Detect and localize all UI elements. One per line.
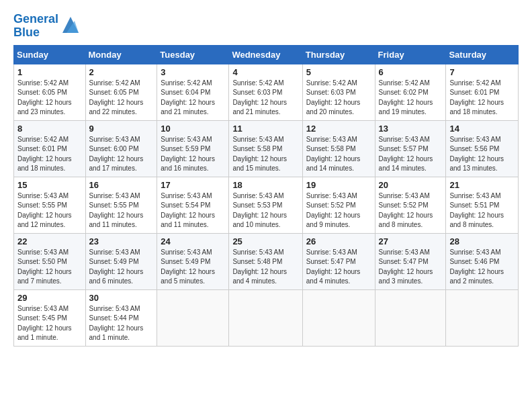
day-number: 17 — [161, 180, 225, 190]
day-number: 25 — [232, 236, 298, 246]
day-info: Sunrise: 5:43 AM Sunset: 5:57 PM Dayligh… — [379, 135, 443, 174]
day-info: Sunrise: 5:43 AM Sunset: 5:48 PM Dayligh… — [232, 248, 298, 287]
day-number: 18 — [232, 180, 298, 190]
calendar-cell: 20Sunrise: 5:43 AM Sunset: 5:52 PM Dayli… — [375, 177, 446, 233]
logo-general: General — [13, 12, 58, 26]
calendar-cell: 6Sunrise: 5:42 AM Sunset: 6:02 PM Daylig… — [375, 64, 446, 120]
day-info: Sunrise: 5:42 AM Sunset: 6:05 PM Dayligh… — [17, 79, 82, 118]
day-number: 22 — [17, 236, 82, 246]
header: General Blue — [13, 10, 519, 40]
day-info: Sunrise: 5:43 AM Sunset: 5:58 PM Dayligh… — [232, 135, 298, 174]
day-number: 29 — [17, 293, 82, 303]
calendar-cell: 27Sunrise: 5:43 AM Sunset: 5:47 PM Dayli… — [375, 233, 446, 289]
day-info: Sunrise: 5:43 AM Sunset: 5:51 PM Dayligh… — [449, 191, 515, 230]
calendar-cell: 3Sunrise: 5:42 AM Sunset: 6:04 PM Daylig… — [157, 64, 229, 120]
calendar-cell: 30Sunrise: 5:43 AM Sunset: 5:44 PM Dayli… — [85, 289, 157, 346]
day-number: 30 — [89, 293, 154, 303]
calendar-cell: 21Sunrise: 5:43 AM Sunset: 5:51 PM Dayli… — [446, 177, 519, 233]
day-info: Sunrise: 5:42 AM Sunset: 6:01 PM Dayligh… — [17, 135, 82, 174]
day-number: 21 — [449, 180, 515, 190]
calendar-cell: 26Sunrise: 5:43 AM Sunset: 5:47 PM Dayli… — [302, 233, 375, 289]
day-number: 20 — [379, 180, 443, 190]
calendar-cell — [446, 289, 519, 346]
weekday-header-row: SundayMondayTuesdayWednesdayThursdayFrid… — [14, 45, 519, 64]
calendar-cell: 4Sunrise: 5:42 AM Sunset: 6:03 PM Daylig… — [229, 64, 302, 120]
day-number: 9 — [89, 124, 154, 134]
day-number: 11 — [232, 124, 298, 134]
day-info: Sunrise: 5:43 AM Sunset: 5:52 PM Dayligh… — [306, 191, 371, 230]
calendar-table: SundayMondayTuesdayWednesdayThursdayFrid… — [13, 45, 519, 347]
calendar-cell: 19Sunrise: 5:43 AM Sunset: 5:52 PM Dayli… — [302, 177, 375, 233]
day-info: Sunrise: 5:43 AM Sunset: 5:47 PM Dayligh… — [379, 248, 443, 287]
day-info: Sunrise: 5:42 AM Sunset: 6:03 PM Dayligh… — [232, 79, 298, 118]
calendar-cell: 24Sunrise: 5:43 AM Sunset: 5:49 PM Dayli… — [157, 233, 229, 289]
calendar-week-1: 1Sunrise: 5:42 AM Sunset: 6:05 PM Daylig… — [14, 64, 519, 120]
day-info: Sunrise: 5:43 AM Sunset: 5:54 PM Dayligh… — [161, 191, 225, 230]
calendar-cell — [375, 289, 446, 346]
calendar-cell — [157, 289, 229, 346]
calendar-cell: 5Sunrise: 5:42 AM Sunset: 6:03 PM Daylig… — [302, 64, 375, 120]
day-number: 19 — [306, 180, 371, 190]
calendar-cell: 16Sunrise: 5:43 AM Sunset: 5:55 PM Dayli… — [85, 177, 157, 233]
calendar-body: 1Sunrise: 5:42 AM Sunset: 6:05 PM Daylig… — [14, 64, 519, 346]
logo-text: General — [13, 13, 58, 26]
day-info: Sunrise: 5:43 AM Sunset: 5:55 PM Dayligh… — [89, 191, 154, 230]
weekday-header-tuesday: Tuesday — [157, 45, 229, 64]
calendar-cell: 2Sunrise: 5:42 AM Sunset: 6:05 PM Daylig… — [85, 64, 157, 120]
day-number: 13 — [379, 124, 443, 134]
weekday-header-friday: Friday — [375, 45, 446, 64]
day-info: Sunrise: 5:43 AM Sunset: 5:55 PM Dayligh… — [17, 191, 82, 230]
day-info: Sunrise: 5:43 AM Sunset: 6:00 PM Dayligh… — [89, 135, 154, 174]
day-info: Sunrise: 5:43 AM Sunset: 5:56 PM Dayligh… — [449, 135, 515, 174]
day-info: Sunrise: 5:43 AM Sunset: 5:50 PM Dayligh… — [17, 248, 82, 287]
weekday-header-saturday: Saturday — [446, 45, 519, 64]
day-info: Sunrise: 5:43 AM Sunset: 5:47 PM Dayligh… — [306, 248, 371, 287]
day-number: 10 — [161, 124, 225, 134]
day-number: 1 — [17, 67, 82, 77]
day-info: Sunrise: 5:43 AM Sunset: 5:52 PM Dayligh… — [379, 191, 443, 230]
calendar-week-3: 15Sunrise: 5:43 AM Sunset: 5:55 PM Dayli… — [14, 177, 519, 233]
day-number: 6 — [379, 67, 443, 77]
calendar-page: General Blue SundayMondayTuesdayWednesda… — [0, 0, 532, 411]
day-number: 12 — [306, 124, 371, 134]
weekday-header-wednesday: Wednesday — [229, 45, 302, 64]
day-info: Sunrise: 5:42 AM Sunset: 6:02 PM Dayligh… — [379, 79, 443, 118]
logo-blue: Blue — [13, 26, 58, 40]
day-info: Sunrise: 5:43 AM Sunset: 5:46 PM Dayligh… — [449, 248, 515, 287]
day-info: Sunrise: 5:42 AM Sunset: 6:05 PM Dayligh… — [89, 79, 154, 118]
day-number: 3 — [161, 67, 225, 77]
calendar-cell: 23Sunrise: 5:43 AM Sunset: 5:49 PM Dayli… — [85, 233, 157, 289]
calendar-cell: 1Sunrise: 5:42 AM Sunset: 6:05 PM Daylig… — [14, 64, 86, 120]
day-number: 4 — [232, 67, 298, 77]
day-info: Sunrise: 5:43 AM Sunset: 5:59 PM Dayligh… — [161, 135, 225, 174]
day-info: Sunrise: 5:43 AM Sunset: 5:53 PM Dayligh… — [232, 191, 298, 230]
calendar-week-5: 29Sunrise: 5:43 AM Sunset: 5:45 PM Dayli… — [14, 289, 519, 346]
calendar-cell: 10Sunrise: 5:43 AM Sunset: 5:59 PM Dayli… — [157, 120, 229, 177]
calendar-week-2: 8Sunrise: 5:42 AM Sunset: 6:01 PM Daylig… — [14, 120, 519, 177]
day-info: Sunrise: 5:42 AM Sunset: 6:04 PM Dayligh… — [161, 79, 225, 118]
day-number: 24 — [161, 236, 225, 246]
calendar-cell: 13Sunrise: 5:43 AM Sunset: 5:57 PM Dayli… — [375, 120, 446, 177]
day-info: Sunrise: 5:43 AM Sunset: 5:45 PM Dayligh… — [17, 304, 82, 343]
day-info: Sunrise: 5:43 AM Sunset: 5:49 PM Dayligh… — [89, 248, 154, 287]
day-info: Sunrise: 5:43 AM Sunset: 5:58 PM Dayligh… — [306, 135, 371, 174]
day-number: 2 — [89, 67, 154, 77]
calendar-cell — [302, 289, 375, 346]
day-number: 8 — [17, 124, 82, 134]
calendar-cell — [229, 289, 302, 346]
weekday-header-thursday: Thursday — [302, 45, 375, 64]
calendar-cell: 17Sunrise: 5:43 AM Sunset: 5:54 PM Dayli… — [157, 177, 229, 233]
calendar-cell: 11Sunrise: 5:43 AM Sunset: 5:58 PM Dayli… — [229, 120, 302, 177]
day-number: 26 — [306, 236, 371, 246]
calendar-cell: 28Sunrise: 5:43 AM Sunset: 5:46 PM Dayli… — [446, 233, 519, 289]
weekday-header-sunday: Sunday — [14, 45, 86, 64]
calendar-week-4: 22Sunrise: 5:43 AM Sunset: 5:50 PM Dayli… — [14, 233, 519, 289]
day-number: 16 — [89, 180, 154, 190]
day-number: 23 — [89, 236, 154, 246]
calendar-cell: 29Sunrise: 5:43 AM Sunset: 5:45 PM Dayli… — [14, 289, 86, 346]
day-info: Sunrise: 5:43 AM Sunset: 5:49 PM Dayligh… — [161, 248, 225, 287]
calendar-cell: 15Sunrise: 5:43 AM Sunset: 5:55 PM Dayli… — [14, 177, 86, 233]
calendar-cell: 12Sunrise: 5:43 AM Sunset: 5:58 PM Dayli… — [302, 120, 375, 177]
calendar-cell: 14Sunrise: 5:43 AM Sunset: 5:56 PM Dayli… — [446, 120, 519, 177]
day-number: 5 — [306, 67, 371, 77]
